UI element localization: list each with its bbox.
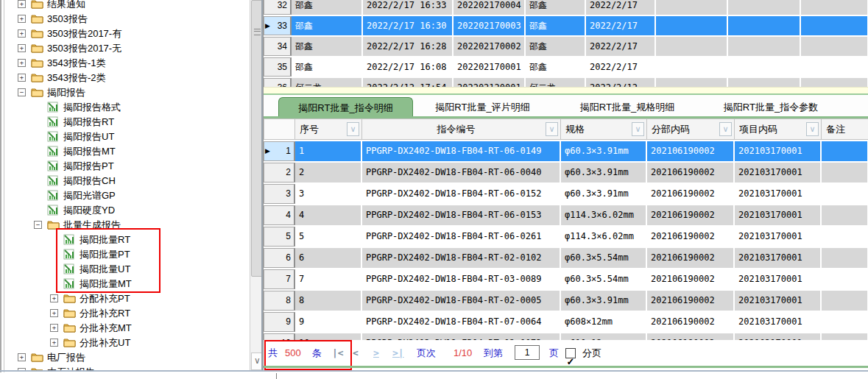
column-header-5[interactable]: 项目内码∨ bbox=[735, 118, 822, 140]
column-header-3[interactable]: 规格∨ bbox=[561, 118, 647, 140]
table-row[interactable]: 88PPGRP-DX2402-DW18-FB04-RT-02-0005φ60.3… bbox=[264, 291, 868, 311]
tree-item-folder[interactable]: +3503报告2017-有 bbox=[6, 26, 249, 41]
tree-item-report[interactable]: 揭阳报告MT bbox=[6, 144, 249, 159]
row-header-cell: 36 bbox=[264, 78, 292, 87]
table-row[interactable]: 36何二龙2022/2/12 17:54202202120001何二龙2022/… bbox=[264, 78, 868, 87]
table-row[interactable]: 32邵鑫2022/2/17 16:33202202170004邵鑫2022/2/… bbox=[264, 0, 868, 15]
cell: 202106190002 bbox=[647, 312, 735, 332]
tree-item-report[interactable]: 揭阳报告UT bbox=[6, 130, 249, 144]
column-header-1[interactable]: 序号∨ bbox=[295, 118, 362, 140]
tree-item-report[interactable]: 揭阳报告CH bbox=[6, 174, 249, 188]
tree-item-report[interactable]: 揭阳批量MT bbox=[6, 277, 249, 291]
table-row[interactable]: 34邵鑫2022/2/17 16:28202202170002邵鑫2022/2/… bbox=[264, 37, 868, 56]
expand-toggle-icon[interactable]: + bbox=[18, 74, 26, 82]
tree-item-folder[interactable]: +结果通知 bbox=[6, 0, 249, 12]
page-label: 页次 bbox=[417, 340, 436, 366]
tab-2[interactable]: 揭阳RT批量_评片明细 bbox=[423, 97, 543, 118]
tree-item-report[interactable]: 揭阳报告PT bbox=[6, 159, 249, 174]
tree-item-folder[interactable]: +3543报告-1类 bbox=[6, 56, 249, 71]
tree-item-folder[interactable]: −批量生成报告 bbox=[6, 218, 249, 233]
table-row[interactable]: ▶11PPGRP-DX2402-DW18-FB04-RT-06-0149φ60.… bbox=[264, 141, 868, 161]
tree-item-report[interactable]: 揭阳批量PT bbox=[6, 247, 249, 262]
tree-item-folder[interactable]: +分配补充PT bbox=[6, 291, 249, 306]
row-number: 34 bbox=[278, 37, 287, 56]
column-header-label: 分部内码 bbox=[652, 123, 719, 136]
next-page-button[interactable]: > bbox=[373, 340, 379, 366]
tree-scrollbar-thumb[interactable] bbox=[251, 0, 263, 277]
table-row[interactable]: 1010PPGRP-DX2402-DW18-FB04-RT-02-0073φ61… bbox=[264, 333, 868, 340]
expand-toggle-icon[interactable]: + bbox=[50, 309, 58, 317]
table-row[interactable]: 35邵鑫2022/2/17 16:08202202170001邵鑫2022/2/… bbox=[264, 57, 868, 77]
tree-item-folder[interactable]: +分批补充UT bbox=[6, 336, 249, 350]
cell: 邵鑫 bbox=[292, 37, 363, 56]
tree-item-report[interactable]: 揭阳光谱GP bbox=[6, 188, 249, 203]
expand-toggle-icon[interactable]: + bbox=[50, 339, 58, 347]
tree-item-report[interactable]: 揭阳批量UT bbox=[6, 262, 249, 277]
cell bbox=[822, 291, 868, 311]
tree-item-folder[interactable]: −揭阳报告 bbox=[6, 85, 249, 100]
tree-item-folder[interactable]: +3503报告 bbox=[6, 12, 249, 26]
cell: 202106190002 bbox=[647, 269, 735, 289]
paging-checkbox[interactable]: ✓ bbox=[565, 348, 576, 358]
tree-scrollbar-down-button[interactable]: ∨ bbox=[251, 353, 263, 370]
expand-toggle-icon[interactable]: + bbox=[18, 353, 26, 361]
table-row[interactable]: 22PPGRP-DX2402-DW18-FB04-RT-06-0040φ60.3… bbox=[264, 163, 868, 183]
tab-3[interactable]: 揭阳RT批量_规格明细 bbox=[568, 97, 686, 118]
table-row[interactable]: ▶33邵鑫2022/2/17 16:30202202170003邵鑫2022/2… bbox=[264, 16, 868, 35]
filter-dropdown-icon[interactable]: ∨ bbox=[632, 122, 644, 136]
row-number: 33 bbox=[278, 16, 287, 35]
tab-1[interactable]: 揭阳RT批量_指令明细 bbox=[278, 97, 413, 118]
filter-dropdown-icon[interactable]: ∨ bbox=[719, 122, 732, 136]
expand-toggle-icon[interactable]: − bbox=[34, 221, 42, 229]
expand-toggle-icon[interactable]: + bbox=[18, 59, 26, 67]
filter-dropdown-icon[interactable]: ∨ bbox=[546, 122, 558, 136]
tree-item-report[interactable]: 揭阳报告格式 bbox=[6, 100, 249, 115]
tree-item-folder[interactable]: +分批补充RT bbox=[6, 306, 249, 321]
table-row[interactable]: 99PPGRP-DX2402-DW18-FB04-RT-07-0064φ608×… bbox=[264, 312, 868, 332]
expand-toggle-icon[interactable]: − bbox=[18, 88, 26, 96]
cell: PPGRP-DX2402-DW18-FB04-RT-02-0073 bbox=[362, 333, 561, 340]
detail-grid-header: 序号∨指令编号∨规格∨分部内码∨项目内码∨备注 bbox=[264, 118, 868, 140]
tab-4[interactable]: 揭阳RT批量_指令参数 bbox=[711, 97, 830, 118]
table-row[interactable]: 77PPGRP-DX2402-DW18-FB04-RT-03-0089φ60.3… bbox=[264, 269, 868, 289]
table-row[interactable]: 55PPGRP-DX2402-DW18-FB04-RT-06-0261φ114.… bbox=[264, 227, 868, 247]
table-row[interactable]: 33PPGRP-DX2402-DW18-FB04-RT-06-0152φ60.3… bbox=[264, 184, 868, 204]
tree-item-folder[interactable]: +3503报告2017-无 bbox=[6, 41, 249, 56]
expand-toggle-icon[interactable]: + bbox=[50, 324, 58, 332]
pagination-bar: 共 500 条 |< < > >| 页次 1/10 到第 页 ✓ 分页 bbox=[264, 340, 868, 366]
tree-item-report[interactable]: 揭阳批量RT bbox=[6, 233, 249, 247]
report-tree-panel: +结果通知+3503报告+3503报告2017-有+3503报告2017-无+3… bbox=[6, 0, 263, 372]
last-page-button[interactable]: >| bbox=[392, 340, 404, 366]
column-header-6[interactable]: 备注 bbox=[822, 118, 868, 140]
tree-item-folder[interactable]: +3543报告-2类 bbox=[6, 71, 249, 85]
expand-toggle-icon[interactable]: + bbox=[18, 44, 26, 52]
expand-toggle-icon[interactable]: + bbox=[18, 15, 26, 23]
tree-item-folder[interactable]: +分批补充MT bbox=[6, 321, 249, 336]
expand-toggle-icon[interactable]: + bbox=[18, 0, 26, 8]
expand-toggle-icon[interactable]: + bbox=[18, 29, 26, 38]
filter-dropdown-icon[interactable]: ∨ bbox=[806, 122, 819, 136]
tree-item-label: 分批补充UT bbox=[80, 336, 130, 350]
cell: 202106190002 bbox=[647, 163, 735, 183]
page-info: 1/10 bbox=[454, 340, 472, 366]
cell bbox=[801, 78, 868, 87]
column-header-2[interactable]: 指令编号∨ bbox=[362, 118, 561, 140]
tree-item-report[interactable]: 揭阳硬度YD bbox=[6, 203, 249, 218]
column-header-4[interactable]: 分部内码∨ bbox=[647, 118, 735, 140]
table-row[interactable]: 66PPGRP-DX2402-DW18-FB04-RT-02-0102φ60.3… bbox=[264, 248, 868, 268]
expand-toggle-icon[interactable]: + bbox=[50, 294, 58, 302]
tree-scrollbar[interactable]: ∨ bbox=[250, 0, 263, 372]
table-row[interactable]: 44PPGRP-DX2402-DW18-FB04-RT-06-0153φ114.… bbox=[264, 205, 868, 225]
cell bbox=[801, 0, 868, 15]
cell: 2022/2/17 16:08 bbox=[363, 57, 454, 77]
cell bbox=[801, 16, 868, 35]
tree-item-report[interactable]: 揭阳报告RT bbox=[6, 115, 249, 130]
tree-item-folder[interactable]: +电厂报告 bbox=[6, 350, 249, 365]
first-page-button[interactable]: |< bbox=[332, 340, 344, 366]
tree-item-label: 揭阳批量RT bbox=[80, 233, 130, 247]
prev-page-button[interactable]: < bbox=[353, 340, 359, 366]
cell: φ60.3×5.54mm bbox=[561, 269, 647, 289]
filter-dropdown-icon[interactable]: ∨ bbox=[347, 122, 359, 136]
report-detail-panel: 32邵鑫2022/2/17 16:33202202170004邵鑫2022/2/… bbox=[263, 0, 868, 372]
goto-page-input[interactable] bbox=[515, 345, 540, 360]
